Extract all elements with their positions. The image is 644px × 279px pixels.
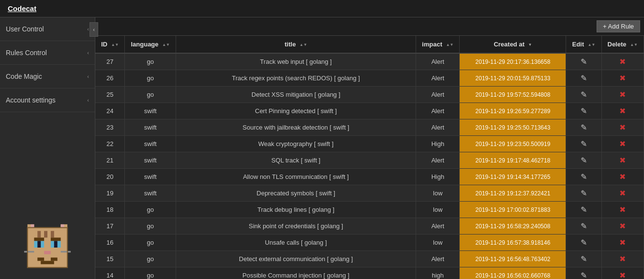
col-header-impact[interactable]: impact ▲▼ <box>416 36 460 53</box>
cell-created-at: 2019-11-29 19:25:50.713643 <box>460 119 566 136</box>
edit-button[interactable]: ✎ <box>581 57 587 66</box>
cell-language: go <box>125 53 176 70</box>
table-row: 26 go Track regex points (search REDOS) … <box>95 70 644 87</box>
edit-button[interactable]: ✎ <box>581 73 587 83</box>
cell-edit: ✎ <box>566 202 601 218</box>
edit-button[interactable]: ✎ <box>581 106 587 116</box>
cell-created-at: 2019-11-29 16:56:48.763402 <box>460 251 566 267</box>
cell-impact: high <box>416 267 460 279</box>
cell-created-at: 2019-11-29 19:57:52.594808 <box>460 87 566 103</box>
cat-avatar <box>21 221 74 274</box>
cell-title: Unsafe calls [ golang ] <box>176 235 416 251</box>
cell-id: 26 <box>95 70 125 87</box>
svg-rect-19 <box>61 251 71 252</box>
edit-button[interactable]: ✎ <box>581 271 587 279</box>
sidebar-collapse-button[interactable]: ‹ <box>90 22 98 37</box>
delete-button[interactable]: ✖ <box>619 123 626 132</box>
edit-button[interactable]: ✎ <box>581 123 587 132</box>
sidebar-item-code-magic[interactable]: Code Magic ‹ <box>0 65 95 88</box>
delete-button[interactable]: ✖ <box>619 57 626 66</box>
col-header-title[interactable]: title ▲▼ <box>176 36 416 53</box>
cell-created-at: 2019-11-29 16:58:29.240508 <box>460 218 566 235</box>
delete-button[interactable]: ✖ <box>619 73 626 83</box>
delete-button[interactable]: ✖ <box>619 189 626 198</box>
cell-edit: ✎ <box>566 251 601 267</box>
table-row: 24 swift Cert Pinning detected [ swift ]… <box>95 103 644 119</box>
sidebar-item-label: Account settings <box>6 96 56 104</box>
cell-language: go <box>125 218 176 235</box>
cell-id: 20 <box>95 169 125 185</box>
sidebar-item-rules-control[interactable]: Rules Control ‹ <box>0 41 95 65</box>
cell-delete: ✖ <box>601 251 644 267</box>
chevron-icon: ‹ <box>87 50 89 56</box>
sort-arrows-title: ▲▼ <box>300 43 307 47</box>
table-row: 23 swift Source with jailbreak detection… <box>95 119 644 136</box>
cell-id: 23 <box>95 119 125 136</box>
edit-button[interactable]: ✎ <box>581 238 587 247</box>
edit-button[interactable]: ✎ <box>581 156 587 165</box>
cell-created-at: 2019-11-29 19:14:34.177265 <box>460 169 566 185</box>
edit-button[interactable]: ✎ <box>581 172 587 181</box>
chevron-icon: ‹ <box>87 26 89 32</box>
edit-button[interactable]: ✎ <box>581 205 587 214</box>
cell-delete: ✖ <box>601 87 644 103</box>
delete-button[interactable]: ✖ <box>619 106 626 116</box>
logo[interactable]: Codecat <box>8 4 36 13</box>
edit-button[interactable]: ✎ <box>581 254 587 264</box>
sort-arrows-language: ▲▼ <box>162 43 170 47</box>
chevron-icon: ‹ <box>87 73 89 79</box>
col-header-edit[interactable]: Edit ▲▼ <box>566 36 601 53</box>
delete-button[interactable]: ✖ <box>619 271 626 279</box>
sort-arrows-id: ▲▼ <box>111 43 119 47</box>
cell-impact: low <box>416 185 460 202</box>
table-row: 20 swift Allow non TLS communication [ s… <box>95 169 644 185</box>
sidebar-item-user-control[interactable]: User Control ‹ <box>0 17 95 41</box>
cell-delete: ✖ <box>601 235 644 251</box>
svg-rect-10 <box>37 241 41 248</box>
cell-created-at: 2019-11-29 20:01:59.875133 <box>460 70 566 87</box>
col-header-language[interactable]: language ▲▼ <box>125 36 176 53</box>
edit-button[interactable]: ✎ <box>581 139 587 148</box>
table-row: 22 swift Weak cryptography [ swift ] Hig… <box>95 136 644 152</box>
delete-button[interactable]: ✖ <box>619 156 626 165</box>
cell-created-at: 2019-11-29 19:26:59.277289 <box>460 103 566 119</box>
delete-button[interactable]: ✖ <box>619 139 626 148</box>
svg-rect-18 <box>24 251 34 252</box>
svg-rect-14 <box>44 251 51 254</box>
cell-title: Sink point of credentials [ golang ] <box>176 218 416 235</box>
delete-button[interactable]: ✖ <box>619 254 626 264</box>
cell-id: 27 <box>95 53 125 70</box>
cell-delete: ✖ <box>601 267 644 279</box>
sort-arrows-delete: ▲▼ <box>630 43 638 47</box>
cell-language: go <box>125 202 176 218</box>
sidebar-item-account-settings[interactable]: Account settings ‹ <box>0 88 95 112</box>
col-header-id[interactable]: ID ▲▼ <box>95 36 125 53</box>
svg-rect-6 <box>44 231 47 238</box>
cell-title: Allow non TLS communication [ swift ] <box>176 169 416 185</box>
cell-language: go <box>125 251 176 267</box>
table-row: 21 swift SQL track [ swift ] Alert 2019-… <box>95 152 644 169</box>
table-header-row: ID ▲▼ language ▲▼ title ▲▼ impact ▲▼ <box>95 36 644 53</box>
col-header-created[interactable]: Created at ▼ <box>460 36 566 53</box>
sort-arrows-impact: ▲▼ <box>446 43 454 47</box>
delete-button[interactable]: ✖ <box>619 205 626 214</box>
cell-edit: ✎ <box>566 53 601 70</box>
edit-button[interactable]: ✎ <box>581 189 587 198</box>
col-header-delete[interactable]: Delete ▲▼ <box>601 36 644 53</box>
edit-button[interactable]: ✎ <box>581 221 587 231</box>
cell-impact: Alert <box>416 103 460 119</box>
content-area: + Add Rule ID ▲▼ language ▲▼ title ▲▼ <box>95 17 644 279</box>
table-row: 16 go Unsafe calls [ golang ] low 2019-1… <box>95 235 644 251</box>
cell-title: Detect XSS mitigation [ golang ] <box>176 87 416 103</box>
delete-button[interactable]: ✖ <box>619 238 626 247</box>
cell-impact: low <box>416 202 460 218</box>
svg-rect-16 <box>51 258 58 261</box>
cell-language: go <box>125 267 176 279</box>
delete-button[interactable]: ✖ <box>619 90 626 99</box>
cell-edit: ✎ <box>566 235 601 251</box>
add-rule-button[interactable]: + Add Rule <box>597 20 640 32</box>
edit-button[interactable]: ✎ <box>581 90 587 99</box>
delete-button[interactable]: ✖ <box>619 172 626 181</box>
svg-rect-12 <box>34 237 45 241</box>
delete-button[interactable]: ✖ <box>619 221 626 231</box>
